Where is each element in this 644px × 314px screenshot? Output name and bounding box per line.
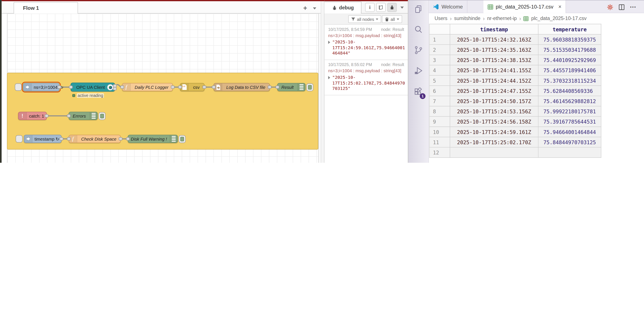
debug-message[interactable]: 10/17/2025, 8:54:59 PM node: Result ns=3… bbox=[324, 25, 408, 60]
timestamp-cell[interactable]: 2025-10-17T15:24:35.163Z bbox=[450, 44, 538, 55]
timestamp-cell[interactable]: 2025-10-17T15:24:56.158Z bbox=[450, 116, 538, 127]
table-row[interactable]: 72025-10-17T15:24:50.157Z75.461456298828… bbox=[429, 96, 601, 106]
port-out[interactable] bbox=[58, 86, 61, 88]
port-out[interactable] bbox=[118, 137, 122, 140]
port-out[interactable] bbox=[45, 114, 48, 118]
debug-message[interactable]: 10/17/2025, 8:55:02 PM node: Result ns=3… bbox=[324, 60, 408, 95]
run-debug-icon[interactable] bbox=[414, 66, 423, 76]
debug-toggle-button[interactable] bbox=[306, 83, 314, 91]
port-in[interactable] bbox=[178, 86, 182, 88]
temperature-cell[interactable]: 75.44557189941406 bbox=[538, 65, 601, 76]
node-check-disk-space[interactable]: f Check Disk Space bbox=[68, 135, 121, 143]
message-payload[interactable]: "2025-10-17T15:24:59.161Z,75.94664001464… bbox=[328, 40, 406, 56]
node-daily-plc-logger[interactable]: f Daily PLC Logger bbox=[122, 83, 173, 92]
timestamp-cell[interactable]: 2025-10-17T15:24:32.163Z bbox=[450, 34, 538, 44]
node-log-to-csv-file[interactable]: Log Data to CSV file bbox=[214, 83, 270, 92]
help-book-button[interactable] bbox=[376, 3, 386, 12]
tab-debug[interactable]: debug bbox=[324, 2, 362, 14]
sidebar-caret-icon[interactable] bbox=[400, 6, 404, 9]
rainbow-csv-icon[interactable] bbox=[606, 3, 614, 11]
table-row[interactable]: 42025-10-17T15:24:41.155Z75.445571899414… bbox=[429, 65, 601, 76]
table-row[interactable]: 22025-10-17T15:24:35.163Z75.515350341796… bbox=[429, 44, 601, 55]
port-in[interactable] bbox=[69, 86, 72, 88]
timestamp-cell[interactable]: 2025-10-17T15:24:53.156Z bbox=[450, 106, 538, 116]
temperature-cell[interactable]: 75.94664001464844 bbox=[538, 127, 601, 137]
port-out[interactable] bbox=[202, 86, 206, 88]
temperature-cell[interactable] bbox=[538, 147, 601, 158]
port-out[interactable] bbox=[268, 86, 271, 88]
expander-icon[interactable] bbox=[328, 76, 330, 79]
node-debug-disk-full[interactable]: Disk Full Warning ! bbox=[128, 135, 178, 143]
add-flow-button[interactable]: + bbox=[301, 4, 310, 12]
port-in[interactable] bbox=[120, 86, 124, 88]
inject-button[interactable] bbox=[16, 135, 22, 142]
breadcrumb-item[interactable]: sumitshinde bbox=[454, 16, 480, 21]
filter-nodes-button[interactable]: all nodes bbox=[348, 15, 381, 23]
debug-toggle-button[interactable] bbox=[179, 135, 186, 143]
temperature-cell[interactable]: 75.99922180175781 bbox=[538, 106, 601, 116]
expander-icon[interactable] bbox=[328, 41, 330, 44]
node-inject-timestamp[interactable]: timestamp ↻ bbox=[24, 135, 62, 143]
clear-messages-button[interactable]: all bbox=[382, 15, 402, 23]
timestamp-cell[interactable]: 2025-10-17T15:24:38.153Z bbox=[450, 55, 538, 65]
explorer-icon[interactable] bbox=[414, 4, 423, 14]
table-row[interactable]: 92025-10-17T15:24:56.158Z75.391677856445… bbox=[429, 116, 601, 127]
breadcrumb-item[interactable]: plc_data_2025-10-17.csv bbox=[531, 16, 587, 21]
timestamp-cell[interactable]: 2025-10-17T15:25:02.170Z bbox=[450, 137, 538, 147]
port-in[interactable] bbox=[67, 137, 70, 140]
panel-splitter[interactable] bbox=[321, 1, 324, 163]
node-csv[interactable]: 1,2 csv bbox=[180, 83, 205, 92]
table-row[interactable]: 12025-10-17T15:24:32.163Z75.960388183593… bbox=[429, 34, 601, 44]
info-button[interactable]: i bbox=[365, 3, 374, 12]
timestamp-cell[interactable]: 2025-10-17T15:24:59.161Z bbox=[450, 127, 538, 137]
table-row[interactable]: 102025-10-17T15:24:59.161Z75.94664001464… bbox=[429, 127, 601, 137]
temperature-cell[interactable]: 75.39167785644531 bbox=[538, 116, 601, 127]
port-out[interactable] bbox=[60, 137, 63, 140]
search-icon[interactable] bbox=[414, 25, 423, 34]
temperature-cell[interactable]: 75.37032318115234 bbox=[538, 76, 601, 86]
port-out-2[interactable] bbox=[113, 87, 116, 90]
debug-toggle-button[interactable] bbox=[98, 112, 106, 120]
table-row[interactable]: 12 bbox=[429, 147, 601, 158]
port-in[interactable] bbox=[67, 114, 70, 118]
temperature-cell[interactable]: 75.51535034179688 bbox=[538, 44, 601, 55]
breadcrumb-item[interactable]: nr-ethernet-ip bbox=[487, 16, 517, 21]
node-inject-plc[interactable]: ns=3;i=1004: ↻ bbox=[23, 83, 60, 92]
breadcrumb-item[interactable]: Users bbox=[434, 16, 447, 21]
temperature-cell[interactable]: 75.44010925292969 bbox=[538, 55, 601, 65]
table-row[interactable]: 32025-10-17T15:24:38.153Z75.440109252929… bbox=[429, 55, 601, 65]
table-row[interactable]: 52025-10-17T15:24:44.152Z75.370323181152… bbox=[429, 76, 601, 86]
node-debug-result[interactable]: Result bbox=[277, 83, 306, 92]
split-editor-icon[interactable] bbox=[618, 3, 625, 11]
node-catch[interactable]: ! catch: 1 bbox=[18, 112, 47, 120]
temperature-cell[interactable]: 75.6284408569336 bbox=[538, 86, 601, 96]
tab-welcome[interactable]: Welcome bbox=[429, 0, 467, 13]
temperature-cell[interactable]: 75.96038818359375 bbox=[538, 34, 601, 44]
node-debug-errors[interactable]: Errrors bbox=[68, 112, 98, 120]
timestamp-cell[interactable] bbox=[450, 147, 538, 158]
debug-filter-bug-button[interactable] bbox=[388, 3, 397, 12]
close-tab-icon[interactable]: × bbox=[558, 4, 562, 10]
port-out[interactable] bbox=[171, 86, 174, 88]
table-row[interactable]: 112025-10-17T15:25:02.170Z75.84844970703… bbox=[429, 137, 601, 147]
tab-flow1[interactable]: Flow 1 bbox=[14, 2, 78, 14]
temperature-cell[interactable]: 75.46145629882812 bbox=[538, 96, 601, 106]
more-actions-icon[interactable]: ⋯ bbox=[629, 3, 637, 11]
table-row[interactable]: 62025-10-17T15:24:47.155Z75.628440856933… bbox=[429, 86, 601, 96]
node-opcua-client[interactable]: OPC UA Client bbox=[71, 83, 115, 92]
table-row[interactable]: 82025-10-17T15:24:53.156Z75.999221801757… bbox=[429, 106, 601, 116]
inject-button[interactable] bbox=[15, 83, 22, 91]
timestamp-cell[interactable]: 2025-10-17T15:24:44.152Z bbox=[450, 76, 538, 86]
tab-csv-file[interactable]: plc_data_2025-10-17.csv × bbox=[484, 0, 566, 13]
source-control-icon[interactable] bbox=[414, 45, 423, 55]
timestamp-cell[interactable]: 2025-10-17T15:24:50.157Z bbox=[450, 96, 538, 106]
temperature-cell[interactable]: 75.84844970703125 bbox=[538, 137, 601, 147]
port-in[interactable] bbox=[212, 86, 216, 88]
message-payload[interactable]: "2025-10-17T15:25:02.170Z,75.84844970703… bbox=[328, 75, 406, 92]
port-in[interactable] bbox=[276, 86, 279, 88]
timestamp-cell[interactable]: 2025-10-17T15:24:47.155Z bbox=[450, 86, 538, 96]
timestamp-cell[interactable]: 2025-10-17T15:24:41.155Z bbox=[450, 65, 538, 76]
flow-list-caret-icon[interactable] bbox=[313, 8, 316, 10]
port-in[interactable] bbox=[126, 137, 130, 140]
canvas-vscrollbar[interactable] bbox=[318, 14, 321, 163]
